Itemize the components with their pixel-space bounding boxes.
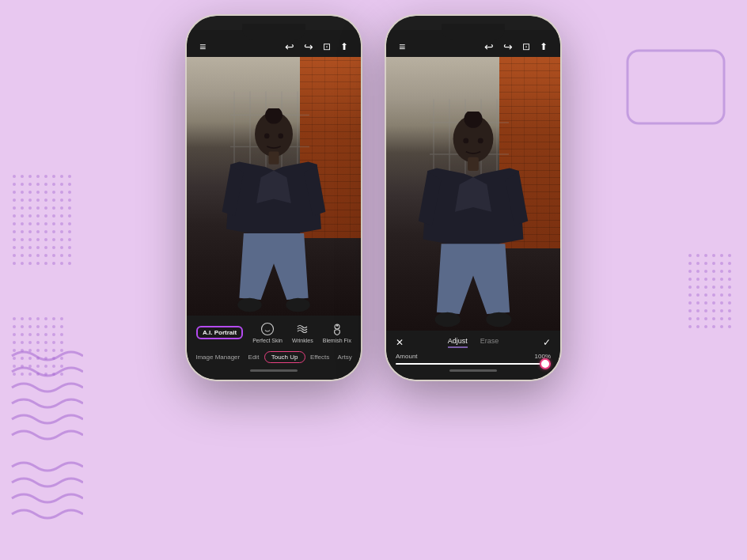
svg-rect-17 bbox=[268, 152, 279, 165]
share-icon[interactable]: ⬆ bbox=[340, 42, 348, 51]
svg-rect-36 bbox=[468, 157, 479, 171]
tab-artsy[interactable]: Artsy bbox=[335, 352, 355, 362]
slider-fill bbox=[396, 363, 551, 365]
undo-icon-2[interactable]: ↩ bbox=[484, 41, 494, 52]
top-bar-icons: ↩ ↪ ⊡ ⬆ bbox=[285, 41, 348, 52]
tool-icons-row: A.I. Portrait Perfect Skin bbox=[191, 322, 356, 343]
ai-portrait-tool[interactable]: A.I. Portrait bbox=[196, 326, 243, 339]
svg-rect-1 bbox=[12, 174, 75, 269]
close-button[interactable]: ✕ bbox=[396, 337, 404, 348]
slider-thumb[interactable] bbox=[540, 358, 551, 369]
svg-rect-6 bbox=[628, 51, 724, 123]
top-bar-icons-2: ↩ ↪ ⊡ ⬆ bbox=[484, 41, 548, 52]
tab-erase[interactable]: Erase bbox=[480, 337, 499, 348]
crop-icon-2[interactable]: ⊡ bbox=[522, 42, 530, 51]
svg-rect-3 bbox=[12, 316, 67, 380]
menu-icon[interactable]: ≡ bbox=[199, 41, 206, 52]
svg-point-18 bbox=[237, 298, 262, 312]
svg-point-20 bbox=[264, 134, 270, 139]
svg-point-37 bbox=[435, 312, 461, 327]
adjust-tabs: Adjust Erase bbox=[448, 337, 499, 348]
tab-effects[interactable]: Effects bbox=[307, 352, 332, 362]
phone-1-screen: ≡ ↩ ↪ ⊡ ⬆ bbox=[187, 16, 361, 380]
phone-2: ≡ ↩ ↪ ⊡ ⬆ bbox=[386, 16, 560, 380]
home-indicator bbox=[250, 369, 298, 372]
amount-label: Amount bbox=[396, 353, 418, 360]
phone-1-photo bbox=[187, 57, 361, 316]
wrinkles-tool[interactable]: Wrinkles bbox=[292, 322, 313, 343]
nav-tabs-row: Image Manager Edit Touch Up Effects Arts… bbox=[191, 348, 356, 366]
blemish-fix-label: Blemish Fix bbox=[323, 338, 351, 343]
tab-image-manager[interactable]: Image Manager bbox=[192, 352, 243, 362]
phone-1: ≡ ↩ ↪ ⊡ ⬆ bbox=[187, 16, 361, 380]
svg-point-21 bbox=[278, 134, 283, 139]
tab-edit[interactable]: Edit bbox=[245, 352, 263, 362]
tab-adjust[interactable]: Adjust bbox=[448, 337, 468, 348]
amount-row: Amount 100% bbox=[396, 353, 551, 360]
svg-point-19 bbox=[286, 298, 310, 312]
svg-point-40 bbox=[478, 138, 483, 144]
phone-2-notch bbox=[442, 24, 505, 40]
ai-portrait-badge[interactable]: A.I. Portrait bbox=[196, 326, 243, 339]
phone-2-screen: ≡ ↩ ↪ ⊡ ⬆ bbox=[386, 16, 560, 380]
undo-icon[interactable]: ↩ bbox=[285, 41, 294, 52]
perfect-skin-tool[interactable]: Perfect Skin bbox=[252, 322, 282, 343]
share-icon-2[interactable]: ⬆ bbox=[540, 42, 548, 51]
phone-1-notch bbox=[242, 24, 305, 40]
phone-1-bottom-toolbar: A.I. Portrait Perfect Skin bbox=[187, 316, 361, 380]
crop-icon[interactable]: ⊡ bbox=[323, 42, 331, 51]
menu-icon-2[interactable]: ≡ bbox=[399, 41, 405, 52]
redo-icon[interactable]: ↪ bbox=[304, 41, 313, 52]
phone-2-photo bbox=[386, 57, 560, 331]
phones-container: ≡ ↩ ↪ ⊡ ⬆ bbox=[187, 16, 560, 380]
adjust-panel: ✕ Adjust Erase ✓ Amount 100% bbox=[386, 331, 560, 380]
svg-point-38 bbox=[486, 312, 511, 327]
adjust-top-row: ✕ Adjust Erase ✓ bbox=[396, 337, 551, 348]
redo-icon-2[interactable]: ↪ bbox=[503, 41, 513, 52]
amount-slider[interactable] bbox=[396, 363, 551, 365]
svg-rect-5 bbox=[688, 253, 735, 332]
check-button[interactable]: ✓ bbox=[543, 337, 551, 348]
wrinkles-label: Wrinkles bbox=[292, 338, 313, 343]
blemish-fix-tool[interactable]: Blemish Fix bbox=[323, 322, 351, 343]
svg-point-39 bbox=[463, 138, 468, 144]
home-indicator-2 bbox=[449, 369, 497, 372]
tab-touch-up[interactable]: Touch Up bbox=[264, 351, 305, 363]
perfect-skin-label: Perfect Skin bbox=[252, 338, 282, 343]
svg-point-25 bbox=[336, 325, 338, 327]
